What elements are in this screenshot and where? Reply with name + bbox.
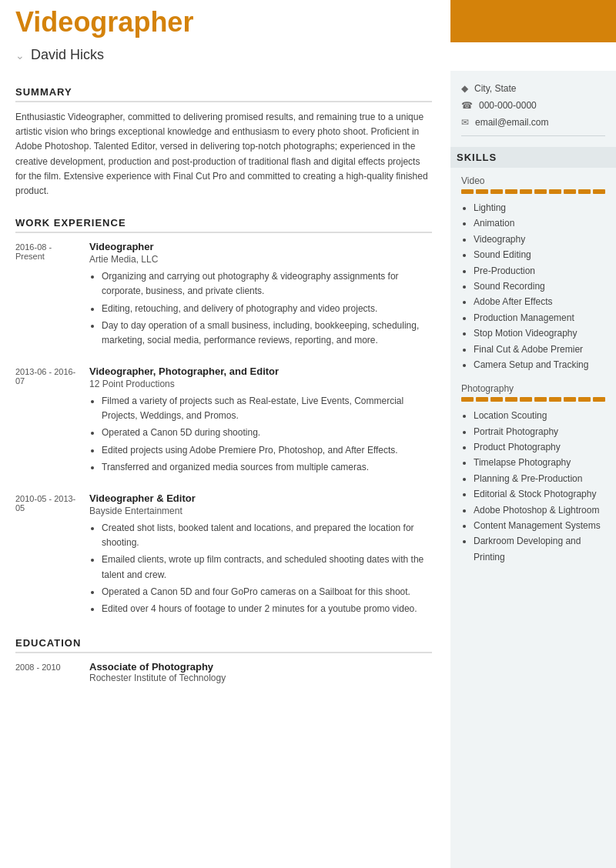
- right-column: ◆ City, State ☎ 000-000-0000 ✉ email@ema…: [450, 71, 616, 868]
- skill-item: Sound Editing: [474, 247, 605, 262]
- skill-category-video: Video: [461, 175, 605, 186]
- email-icon: ✉: [461, 117, 469, 128]
- education-heading: EDUCATION: [15, 637, 432, 653]
- skill-item: Location Scouting: [474, 408, 605, 423]
- contact-location: ◆ City, State: [461, 83, 605, 94]
- bar-seg: [520, 397, 532, 402]
- skill-item: Videography: [474, 232, 605, 247]
- location-text: City, State: [474, 83, 516, 94]
- bullet-item: Operated a Canon 5D and four GoPro camer…: [102, 585, 432, 599]
- skill-item: Camera Setup and Tracking: [474, 357, 605, 372]
- job-dates: 2013-06 - 2016-07: [15, 366, 77, 477]
- job-details: Videographer Artie Media, LLC Organizing…: [89, 241, 432, 350]
- location-icon: ◆: [461, 83, 468, 94]
- bullet-item: Editing, retouching, and delivery of pho…: [102, 302, 432, 316]
- bar-seg: [505, 397, 517, 402]
- work-experience-section: WORK EXPERIENCE 2016-08 - Present Videog…: [15, 217, 432, 619]
- job-details: Videographer, Photographer, and Editor 1…: [89, 366, 432, 477]
- job-dates: 2016-08 - Present: [15, 241, 77, 350]
- bullet-item: Emailed clients, wrote up film contracts…: [102, 553, 432, 582]
- bar-seg: [593, 397, 605, 402]
- skill-item: Final Cut & Adobe Premier: [474, 342, 605, 357]
- skill-item: Content Management Systems: [474, 518, 605, 533]
- bullet-item: Day to day operation of a small business…: [102, 319, 432, 348]
- job-bullets: Filmed a variety of projects such as Rea…: [89, 394, 432, 475]
- contact-divider: [461, 135, 605, 136]
- bar-seg: [578, 189, 591, 194]
- summary-text: Enthusiastic Videographer, committed to …: [15, 110, 432, 199]
- job-bullets: Organizing and carrying out photography …: [89, 269, 432, 348]
- name-row: ⌄ David Hicks: [0, 42, 616, 71]
- skill-item: Pre-Production: [474, 263, 605, 279]
- header: Videographer: [0, 0, 616, 42]
- bar-seg: [534, 189, 547, 194]
- bullet-item: Filmed a variety of projects such as Rea…: [102, 394, 432, 423]
- skills-section: SKILLS Video Lighting Ani: [461, 147, 605, 565]
- contact-email: ✉ email@email.com: [461, 117, 605, 128]
- photography-skills-list: Location Scouting Portrait Photography P…: [461, 408, 605, 565]
- skill-bar-photography: [461, 397, 605, 402]
- skill-item: Animation: [474, 215, 605, 231]
- job-title: Videographer, Photographer, and Editor: [89, 366, 432, 377]
- skill-item: Portrait Photography: [474, 424, 605, 439]
- job-entry: 2010-05 - 2013-05 Videographer & Editor …: [15, 492, 432, 619]
- contact-phone: ☎ 000-000-0000: [461, 100, 605, 111]
- bullet-item: Created shot lists, booked talent and lo…: [102, 521, 432, 550]
- skill-item: Darkroom Developing and Printing: [474, 533, 605, 565]
- bar-seg: [461, 189, 474, 194]
- phone-text: 000-000-0000: [479, 100, 537, 111]
- edu-entry: 2008 - 2010 Associate of Photography Roc…: [15, 661, 432, 683]
- job-entry: 2013-06 - 2016-07 Videographer, Photogra…: [15, 366, 432, 477]
- skill-item: Sound Recording: [474, 279, 605, 294]
- bar-seg: [476, 189, 488, 194]
- bar-seg: [534, 397, 547, 402]
- skill-item: Stop Motion Videography: [474, 326, 605, 341]
- bar-seg: [520, 189, 532, 194]
- bar-seg: [461, 397, 474, 402]
- summary-section: SUMMARY Enthusiastic Videographer, commi…: [15, 86, 432, 199]
- job-title: Videographer: [89, 241, 432, 252]
- skill-item: Adobe After Effects: [474, 294, 605, 309]
- skill-item: Adobe Photoshop & Lightroom: [474, 502, 605, 518]
- job-company: Artie Media, LLC: [89, 254, 432, 265]
- job-company: 12 Point Productions: [89, 379, 432, 389]
- skill-item: Lighting: [474, 200, 605, 215]
- education-section: EDUCATION 2008 - 2010 Associate of Photo…: [15, 637, 432, 683]
- summary-heading: SUMMARY: [15, 86, 432, 102]
- main-layout: SUMMARY Enthusiastic Videographer, commi…: [0, 71, 616, 868]
- bullet-item: Edited projects using Adobe Premiere Pro…: [102, 443, 432, 458]
- bar-seg: [593, 189, 605, 194]
- candidate-name: David Hicks: [31, 47, 104, 63]
- bar-seg: [490, 397, 503, 402]
- skill-item: Editorial & Stock Photography: [474, 486, 605, 502]
- job-title: Videographer & Editor: [89, 492, 432, 504]
- bar-seg: [505, 189, 517, 194]
- work-heading: WORK EXPERIENCE: [15, 217, 432, 233]
- bar-seg: [549, 397, 561, 402]
- edu-school: Rochester Institute of Technology: [89, 673, 432, 683]
- edu-degree: Associate of Photography: [89, 661, 432, 673]
- bar-seg: [490, 189, 503, 194]
- skill-item: Production Management: [474, 310, 605, 326]
- page-title: Videographer: [0, 0, 450, 42]
- resume-page: Videographer ⌄ David Hicks SUMMARY Enthu…: [0, 0, 616, 868]
- left-column: SUMMARY Enthusiastic Videographer, commi…: [0, 71, 450, 868]
- bullet-item: Edited over 4 hours of footage to under …: [102, 602, 432, 616]
- email-text: email@email.com: [475, 117, 549, 128]
- bullet-item: Transferred and organized media sources …: [102, 460, 432, 475]
- bar-seg: [549, 189, 561, 194]
- skills-heading: SKILLS: [450, 147, 616, 168]
- edu-dates: 2008 - 2010: [15, 661, 77, 683]
- phone-icon: ☎: [461, 100, 473, 111]
- bar-seg: [578, 397, 591, 402]
- skill-bar-video: [461, 189, 605, 194]
- edu-details: Associate of Photography Rochester Insti…: [89, 661, 432, 683]
- bar-seg: [564, 397, 576, 402]
- skill-item: Product Photography: [474, 439, 605, 455]
- bar-seg: [476, 397, 488, 402]
- chevron-icon: ⌄: [15, 49, 25, 62]
- bullet-item: Organizing and carrying out photography …: [102, 269, 432, 299]
- bullet-item: Operated a Canon 5D during shooting.: [102, 426, 432, 440]
- skill-item: Timelapse Photography: [474, 455, 605, 470]
- job-company: Bayside Entertainment: [89, 506, 432, 516]
